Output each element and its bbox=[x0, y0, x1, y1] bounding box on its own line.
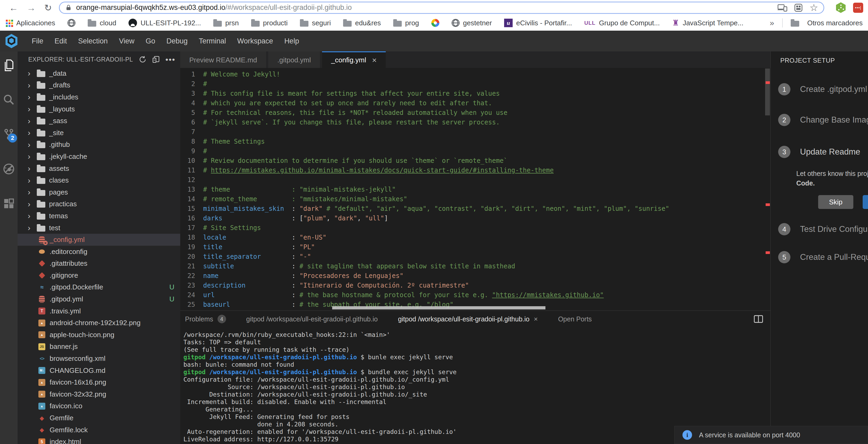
notification-toast[interactable]: i A service is available on port 4000 bbox=[674, 426, 868, 444]
editor-scrollbar-thumb[interactable] bbox=[765, 68, 770, 116]
tree-folder-assets[interactable]: ›assets bbox=[18, 163, 180, 175]
tree-folder-temas[interactable]: ›temas bbox=[18, 210, 180, 222]
explorer-activity-icon[interactable] bbox=[3, 59, 15, 94]
terminal-token: Auto-regeneration: enabled for '/workspa… bbox=[183, 428, 457, 435]
terminal-token: Source: /workspace/ull-esit-gradoii-pl.g… bbox=[183, 383, 405, 390]
menu-item-help[interactable]: Help bbox=[279, 37, 305, 45]
tree-folder-pages[interactable]: ›pages bbox=[18, 186, 180, 198]
file-name: _drafts bbox=[49, 81, 70, 89]
password-manager-icon[interactable]: •••| bbox=[853, 3, 863, 13]
tree-file-_config.yml[interactable]: _config.yml bbox=[18, 234, 180, 246]
menu-item-file[interactable]: File bbox=[26, 37, 49, 45]
tree-folder-clases[interactable]: ›clases bbox=[18, 174, 180, 186]
other-bookmarks-label[interactable]: Otros marcadores bbox=[807, 19, 863, 27]
extension-green-icon[interactable] bbox=[836, 2, 846, 13]
bookmark-item[interactable]: gestetner bbox=[452, 19, 492, 27]
panel-tab-4[interactable]: Open Ports bbox=[558, 315, 592, 323]
bookmark-star-icon[interactable]: ☆ bbox=[810, 2, 818, 13]
bookmark-item[interactable]: Aplicaciones bbox=[5, 19, 55, 27]
tree-folder-practicas[interactable]: ›practicas bbox=[18, 198, 180, 210]
code-editor[interactable]: 1# Welcome to Jekyll!2#3# This config fi… bbox=[180, 68, 770, 311]
tree-file-CHANGELOG.md[interactable]: M↓CHANGELOG.md bbox=[18, 364, 180, 377]
setup-step-5[interactable]: 5Create a Pull-Reques bbox=[778, 251, 868, 263]
bookmark-item[interactable]: ueCivilis - Portafir... bbox=[504, 19, 572, 27]
tree-file-.gitignore[interactable]: .gitignore bbox=[18, 269, 180, 281]
menu-item-workspace[interactable]: Workspace bbox=[232, 37, 279, 45]
tree-file-.editorconfig[interactable]: .editorconfig bbox=[18, 246, 180, 258]
tree-file-Gemfile.lock[interactable]: ◆Gemfile.lock bbox=[18, 424, 180, 436]
tree-folder-_data[interactable]: ›_data bbox=[18, 67, 180, 80]
bookmark-item[interactable]: seguri bbox=[300, 19, 331, 27]
search-activity-icon[interactable] bbox=[3, 94, 15, 128]
tree-file-Gemfile[interactable]: ◆Gemfile bbox=[18, 412, 180, 424]
editor-tab-_config.yml[interactable]: _config.yml× bbox=[322, 52, 386, 68]
bookmark-item[interactable]: cloud bbox=[88, 19, 116, 27]
skip-button[interactable]: Skip bbox=[818, 195, 853, 209]
send-to-device-icon[interactable] bbox=[778, 4, 787, 12]
refresh-icon[interactable] bbox=[138, 56, 147, 63]
editor-hscrollbar-thumb[interactable] bbox=[332, 306, 546, 309]
tree-file-android-chrome-192x192.png[interactable]: ▲android-chrome-192x192.png bbox=[18, 317, 180, 329]
editor-tab-Preview README.md[interactable]: Preview README.md bbox=[180, 52, 266, 68]
editor-tab-.gitpod.yml[interactable]: .gitpod.yml bbox=[268, 52, 320, 68]
tree-folder-_sass[interactable]: ›_sass bbox=[18, 115, 180, 127]
menu-item-view[interactable]: View bbox=[113, 37, 140, 45]
tree-folder-_site[interactable]: ›_site bbox=[18, 127, 180, 139]
tree-file-favicon.ico[interactable]: ▲favicon.ico bbox=[18, 400, 180, 412]
close-icon[interactable]: × bbox=[372, 56, 377, 65]
tree-file-favicon-32x32.png[interactable]: ▲favicon-32x32.png bbox=[18, 388, 180, 400]
tab-grid-icon[interactable] bbox=[794, 3, 803, 12]
tree-folder-.github[interactable]: ›.github bbox=[18, 139, 180, 151]
bookmark-item[interactable]: prog bbox=[393, 19, 419, 27]
setup-step-3[interactable]: 3Update Readme bbox=[778, 146, 860, 158]
bookmark-item[interactable]: producti bbox=[251, 19, 288, 27]
menu-item-edit[interactable]: Edit bbox=[49, 37, 73, 45]
tree-folder-_drafts[interactable]: ›_drafts bbox=[18, 80, 180, 91]
line-number: 17 bbox=[180, 223, 203, 233]
back-icon[interactable]: ← bbox=[9, 3, 18, 12]
forward-icon[interactable]: → bbox=[27, 3, 36, 12]
tree-file-banner.js[interactable]: JSbanner.js bbox=[18, 341, 180, 353]
tree-file-favicon-16x16.png[interactable]: ▲favicon-16x16.png bbox=[18, 376, 180, 388]
tree-file-apple-touch-icon.png[interactable]: ▲apple-touch-icon.png bbox=[18, 329, 180, 341]
tree-file-.gitpod.yml[interactable]: .gitpod.ymlU bbox=[18, 293, 180, 305]
line-number: 24 bbox=[180, 290, 203, 300]
bookmark-item[interactable]: ULLGrupo de Comput... bbox=[584, 19, 660, 27]
split-panel-icon[interactable] bbox=[754, 315, 763, 323]
tree-file-browserconfig.xml[interactable]: <>browserconfig.xml bbox=[18, 353, 180, 364]
tree-folder-_layouts[interactable]: ›_layouts bbox=[18, 103, 180, 115]
bookmark-item[interactable] bbox=[67, 19, 75, 27]
debug-activity-icon[interactable] bbox=[3, 163, 15, 197]
extensions-activity-icon[interactable] bbox=[3, 197, 15, 232]
bookmark-item[interactable]: ♜JavaScript Tempe... bbox=[672, 19, 744, 27]
menu-item-debug[interactable]: Debug bbox=[161, 37, 193, 45]
collapse-folders-icon[interactable] bbox=[152, 56, 160, 63]
source-control-activity-icon[interactable]: 2 bbox=[3, 128, 15, 163]
bookmark-item[interactable]: prsn bbox=[213, 19, 239, 27]
bookmarks-overflow-icon[interactable]: » bbox=[770, 19, 774, 27]
panel-tab-1[interactable]: Problems4 bbox=[185, 315, 226, 323]
more-actions-icon[interactable]: ••• bbox=[165, 58, 176, 62]
menu-item-selection[interactable]: Selection bbox=[72, 37, 113, 45]
setup-step-1[interactable]: 1Create .gitpod.yml bbox=[778, 83, 867, 95]
close-icon[interactable]: × bbox=[534, 315, 538, 323]
reload-icon[interactable]: ↻ bbox=[44, 3, 52, 12]
update-button[interactable]: U bbox=[863, 195, 868, 209]
setup-step-4[interactable]: 4Test Drive Configurat bbox=[778, 223, 868, 235]
panel-tab-2[interactable]: gitpod /workspace/ull-esit-gradoii-pl.gi… bbox=[246, 315, 378, 323]
bookmark-item[interactable]: ULL-ESIT-PL-192... bbox=[128, 19, 201, 27]
menu-item-terminal[interactable]: Terminal bbox=[193, 37, 232, 45]
setup-step-2[interactable]: 2Change Base Image bbox=[778, 114, 868, 126]
tree-file-index.html[interactable]: 5index.html bbox=[18, 436, 180, 444]
panel-tab-3[interactable]: gitpod /workspace/ull-esit-gradoii-pl.gi… bbox=[398, 315, 538, 323]
tree-file-.travis.yml[interactable]: T.travis.yml bbox=[18, 305, 180, 317]
menu-item-go[interactable]: Go bbox=[140, 37, 161, 45]
url-bar[interactable]: orange-marsupial-6qwqkh5z.ws-eu03.gitpod… bbox=[59, 2, 825, 14]
tree-file-.gitattributes[interactable]: .gitattributes bbox=[18, 258, 180, 270]
bookmark-item[interactable]: edu&res bbox=[343, 19, 381, 27]
tree-folder-.jekyll-cache[interactable]: ›.jekyll-cache bbox=[18, 151, 180, 163]
tree-folder-_includes[interactable]: ›_includes bbox=[18, 91, 180, 103]
tree-file-.gitpod.Dockerfile[interactable]: ≈.gitpod.DockerfileU bbox=[18, 281, 180, 293]
tree-folder-test[interactable]: ›test bbox=[18, 222, 180, 234]
bookmark-item[interactable] bbox=[431, 19, 439, 27]
